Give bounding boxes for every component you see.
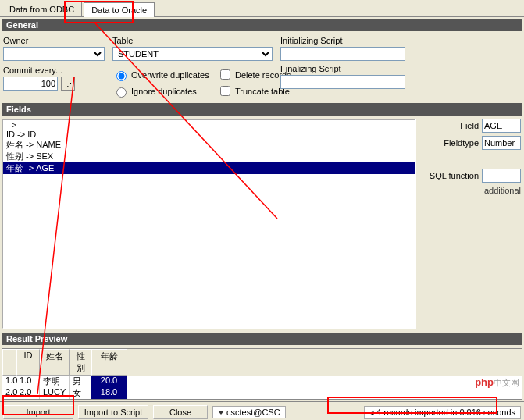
field-input[interactable] xyxy=(482,119,521,133)
import-to-script-button[interactable]: Import to Script xyxy=(78,405,148,419)
chevron-down-icon xyxy=(218,411,224,415)
tab-data-to-oracle[interactable]: Data to Oracle xyxy=(84,2,155,17)
import-button[interactable]: Import xyxy=(3,405,73,419)
grid-header-cell[interactable]: 性别 xyxy=(70,349,91,376)
grid-cell: 18.0 xyxy=(91,387,127,399)
fields-list-item[interactable]: 年龄 -> AGE xyxy=(3,162,415,174)
fieldtype-label: Fieldtype xyxy=(424,138,479,148)
ignore-label: Ignore duplicates xyxy=(131,87,197,96)
status-bar: ◂ 4 records imported in 0.016 seconds xyxy=(364,406,521,419)
bottom-bar: Import Import to Script Close csctest@CS… xyxy=(0,401,524,420)
commit-calc-button[interactable]: ⋰ xyxy=(61,77,75,91)
init-script-input[interactable] xyxy=(280,47,405,61)
field-label: Field xyxy=(424,121,479,130)
grid-cell: 男 xyxy=(70,376,91,387)
result-grid[interactable]: ID姓名性别年龄1.01.0李明男20.02.02.0LUCY女18.0 xyxy=(2,348,522,400)
result-header: Result Preview xyxy=(2,333,522,345)
sql-function-label: SQL function xyxy=(424,171,479,180)
grid-cell: 2.0 xyxy=(16,387,40,399)
fields-panel: -> ID -> ID姓名 -> NAME性别 -> SEX年龄 -> AGE … xyxy=(0,117,524,331)
fields-list-item[interactable]: ID -> ID xyxy=(3,130,415,139)
tab-data-from-odbc[interactable]: Data from ODBC xyxy=(2,2,82,16)
owner-label: Owner xyxy=(3,36,105,45)
result-panel: ID姓名性别年龄1.01.0李明男20.02.02.0LUCY女18.0 xyxy=(0,347,524,401)
grid-cell: 1.0 xyxy=(16,376,40,387)
watermark: php中文网 xyxy=(475,376,519,389)
close-button[interactable]: Close xyxy=(153,405,208,419)
grid-cell: LUCY xyxy=(40,387,70,399)
fieldtype-input[interactable] xyxy=(482,136,521,150)
grid-cell: 李明 xyxy=(40,376,70,387)
grid-cell: 20.0 xyxy=(91,376,127,387)
final-script-input[interactable] xyxy=(280,75,405,89)
overwrite-label: Overwrite duplicates xyxy=(131,70,209,80)
table-select[interactable]: STUDENT xyxy=(112,47,273,61)
ignore-radio[interactable] xyxy=(116,87,127,98)
fields-list-item[interactable]: -> xyxy=(3,120,415,130)
commit-label: Commit every... xyxy=(3,66,105,75)
owner-select[interactable] xyxy=(3,47,105,61)
connection-pill[interactable]: csctest@CSC xyxy=(212,406,286,418)
table-row[interactable]: 2.02.0LUCY女18.0 xyxy=(2,387,522,399)
general-header: General xyxy=(2,19,522,31)
grid-cell: 女 xyxy=(70,387,91,399)
additional-label: additional xyxy=(421,186,521,195)
sql-function-input[interactable] xyxy=(482,169,521,183)
final-script-label: Finalizing Script xyxy=(280,64,409,73)
grid-cell: 1.0 xyxy=(2,376,16,387)
overwrite-radio[interactable] xyxy=(116,71,127,81)
tab-bar: Data from ODBC Data to Oracle xyxy=(0,0,524,17)
fields-list-item[interactable]: 性别 -> SEX xyxy=(3,151,415,162)
table-row[interactable]: 1.01.0李明男20.0 xyxy=(2,376,522,387)
grid-header-cell[interactable]: 年龄 xyxy=(91,349,127,376)
grid-header-cell[interactable]: ID xyxy=(16,349,40,376)
connection-label: csctest@CSC xyxy=(226,408,280,417)
fields-list-item[interactable]: 姓名 -> NAME xyxy=(3,139,415,151)
delete-check[interactable] xyxy=(220,69,230,80)
fields-header: Fields xyxy=(2,103,522,116)
truncate-check[interactable] xyxy=(220,86,230,96)
grid-header-cell[interactable] xyxy=(2,349,16,376)
grid-cell: 2.0 xyxy=(2,387,16,399)
table-label: Table xyxy=(112,36,273,45)
grid-header-cell[interactable]: 姓名 xyxy=(40,349,70,376)
init-script-label: Initializing Script xyxy=(280,36,409,45)
fields-list[interactable]: -> ID -> ID姓名 -> NAME性别 -> SEX年龄 -> AGE xyxy=(2,119,416,329)
commit-input[interactable] xyxy=(3,77,58,91)
general-panel: Owner Commit every... ⋰ Table STUDENT Ov… xyxy=(0,33,524,101)
